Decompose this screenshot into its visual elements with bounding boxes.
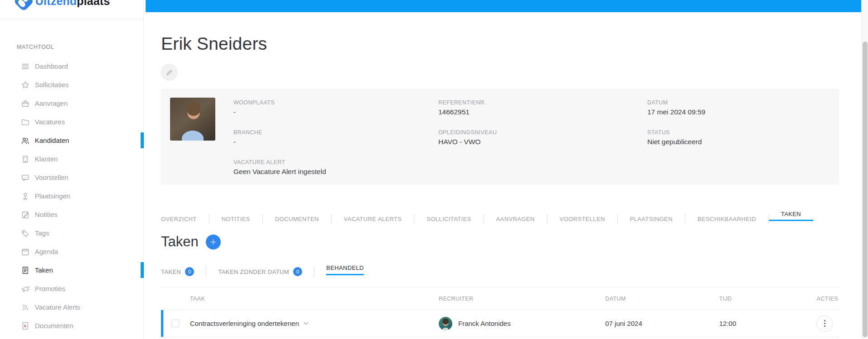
recruiter-avatar — [439, 317, 452, 330]
field-vacature-alert: VACATURE ALERT Geen Vacature Alert inges… — [233, 159, 423, 176]
column-header-datum: DATUM — [605, 296, 719, 302]
tab-notities[interactable]: NOTITIES — [209, 216, 262, 222]
tab-aanvragen[interactable]: AANVRAGEN — [484, 216, 547, 222]
sidebar-section-label: MATCHTOOL — [17, 44, 54, 50]
sidebar-nav: Dashboard Sollicitaties Aanvragen Vacatu… — [0, 57, 144, 335]
recruiter-name: Franck Antonides — [458, 320, 511, 327]
subtab-divider — [314, 266, 314, 278]
tab-overzicht[interactable]: OVERZICHT — [161, 216, 209, 222]
task-title: Contractsverleninging ondertekenen — [190, 320, 299, 327]
row-accent-bar — [161, 310, 163, 337]
briefcase-icon — [21, 99, 30, 108]
rss-icon — [21, 303, 30, 312]
sidebar-item-plaatsingen[interactable]: Plaatsingen — [0, 187, 144, 205]
row-actions-button[interactable] — [816, 315, 833, 332]
scrollbar-thumb[interactable] — [863, 42, 868, 337]
taken-subtabs: TAKEN 0 TAKEN ZONDER DATUM 0 BEHANDELD — [161, 264, 364, 279]
taken-section-header: Taken — [161, 234, 221, 250]
field-branche: BRANCHE - — [233, 129, 423, 146]
subtab-taken-zonder-datum[interactable]: TAKEN ZONDER DATUM 0 — [218, 267, 302, 276]
tab-taken[interactable]: TAKEN — [769, 211, 813, 221]
kebab-dot — [824, 320, 825, 321]
column-header-acties: ACTIES — [807, 296, 839, 302]
sidebar: Uitzendplaats MATCHTOOL Dashboard Sollic… — [0, 0, 144, 339]
tab-vacature-alerts[interactable]: VACATURE ALERTS — [332, 216, 414, 222]
candidate-photo — [170, 98, 215, 141]
column-header-recruiter: RECRUITER — [439, 296, 605, 302]
taken-section-title: Taken — [161, 234, 199, 250]
task-cell: Contractsverleninging ondertekenen — [190, 320, 439, 327]
column-header-taak: TAAK — [190, 296, 439, 302]
sidebar-item-klanten[interactable]: Klanten — [0, 150, 144, 168]
sidebar-item-sollicitaties[interactable]: Sollicitaties — [0, 75, 144, 94]
edit-candidate-button[interactable] — [161, 64, 178, 81]
note-pencil-icon — [21, 210, 30, 219]
sidebar-item-dashboard[interactable]: Dashboard — [0, 57, 144, 75]
scrollbar[interactable] — [861, 0, 868, 339]
sidebar-item-kandidaten[interactable]: Kandidaten — [0, 131, 144, 150]
app-root: Uitzendplaats MATCHTOOL Dashboard Sollic… — [0, 0, 868, 339]
tab-plaatsingen[interactable]: PLAATSINGEN — [618, 216, 685, 222]
task-checkbox[interactable] — [171, 320, 179, 327]
kebab-dot — [824, 323, 825, 324]
profile-tabs: OVERZICHT NOTITIES DOCUMENTEN VACATURE A… — [161, 211, 813, 226]
sidebar-item-agenda[interactable]: Agenda — [0, 242, 144, 261]
plus-icon — [209, 238, 217, 246]
dashboard-lines-icon — [21, 62, 30, 71]
page-title: Erik Sneiders — [161, 34, 267, 54]
tab-beschikbaarheid[interactable]: BESCHIKBAARHEID — [685, 216, 768, 222]
column-header-tijd: TIJD — [719, 296, 807, 302]
diamond-person-icon — [13, 0, 34, 11]
brand-logo-text: Uitzendplaats — [35, 0, 110, 8]
acties-cell — [807, 315, 839, 332]
speech-bubble-icon — [21, 173, 30, 182]
megaphone-icon — [21, 284, 30, 293]
tasks-table: TAAK RECRUITER DATUM TIJD ACTIES Contrac… — [161, 287, 839, 337]
subtab-behandeld[interactable]: BEHANDELD — [326, 264, 364, 275]
sidebar-item-taken[interactable]: Taken — [0, 261, 144, 279]
brand-logo[interactable]: Uitzendplaats — [16, 0, 110, 9]
people-icon — [21, 136, 30, 145]
sidebar-item-aanvragen[interactable]: Aanvragen — [0, 94, 144, 113]
sidebar-item-promoties[interactable]: Promoties — [0, 279, 144, 298]
field-woonplaats: WOONPLAATS - — [233, 99, 423, 116]
main-content: Erik Sneiders WOONPLAATS - BRANCHE - VAC… — [146, 12, 861, 339]
sidebar-item-vacatures[interactable]: Vacatures — [0, 113, 144, 131]
tag-icon — [21, 229, 30, 238]
field-status: STATUS Niet gepubliceerd — [647, 129, 837, 146]
kebab-dot — [824, 325, 825, 327]
table-row: Contractsverleninging ondertekenen Franc… — [161, 310, 839, 337]
row-checkbox-cell — [161, 320, 190, 327]
tab-documenten[interactable]: DOCUMENTEN — [263, 216, 331, 222]
sidebar-item-vacature-alerts[interactable]: Vacature Alerts — [0, 298, 144, 316]
sidebar-item-notities[interactable]: Notities — [0, 205, 144, 224]
calendar-icon — [21, 247, 30, 256]
tijd-cell: 12:00 — [719, 320, 807, 327]
folder-icon — [21, 118, 30, 127]
subtab-taken[interactable]: TAKEN 0 — [161, 267, 194, 276]
add-task-button[interactable] — [206, 235, 221, 250]
taken-zonder-datum-count-badge: 0 — [293, 267, 302, 276]
sidebar-item-tags[interactable]: Tags — [0, 224, 144, 242]
top-accent-bar — [146, 0, 861, 12]
pdf-document-icon — [21, 321, 30, 330]
taken-count-badge: 0 — [185, 267, 194, 276]
pin-icon — [21, 192, 30, 201]
sidebar-divider — [0, 19, 144, 19]
tab-voorstellen[interactable]: VOORSTELLEN — [547, 216, 617, 222]
task-list-icon — [21, 266, 30, 275]
tasks-table-header: TAAK RECRUITER DATUM TIJD ACTIES — [161, 287, 839, 310]
sidebar-item-voorstellen[interactable]: Voorstellen — [0, 168, 144, 187]
pencil-icon — [166, 69, 173, 76]
star-icon — [21, 80, 30, 89]
field-referentienr: REFERENTIENR. 14662951 — [438, 99, 628, 116]
subtab-divider — [206, 266, 206, 278]
profile-summary-card: WOONPLAATS - BRANCHE - VACATURE ALERT Ge… — [161, 89, 839, 184]
datum-cell: 07 juni 2024 — [605, 320, 719, 327]
building-icon — [21, 155, 30, 164]
chevron-down-icon[interactable] — [304, 322, 308, 325]
recruiter-cell: Franck Antonides — [439, 317, 605, 330]
sidebar-item-documenten[interactable]: Documenten — [0, 316, 144, 335]
tab-sollicitaties[interactable]: SOLLICITATIES — [414, 216, 484, 222]
field-datum: DATUM 17 mei 2024 09:59 — [647, 99, 837, 116]
